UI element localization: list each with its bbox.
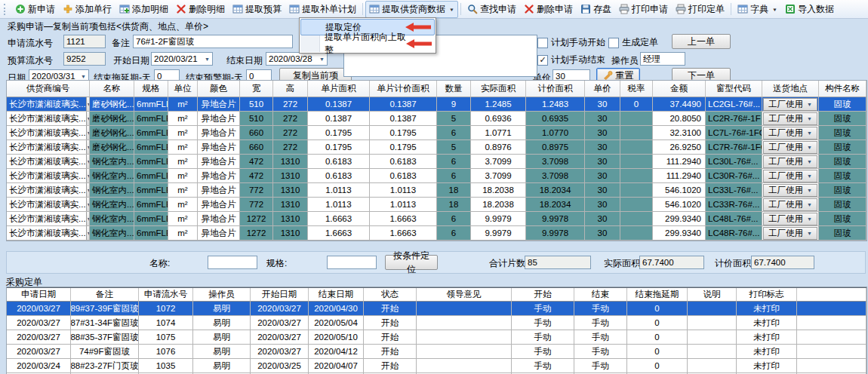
grid-cell[interactable]: 660: [240, 140, 273, 155]
column-header[interactable]: 单位: [168, 81, 198, 97]
grid-cell[interactable]: 手动: [574, 302, 627, 316]
grid-cell[interactable]: 工厂使用▼: [762, 198, 819, 212]
grid-cell[interactable]: 2020/03/27: [7, 345, 71, 359]
grid-cell[interactable]: 工厂使用▼: [762, 169, 819, 183]
grid-cell[interactable]: 固玻: [819, 97, 866, 112]
generate-order-checkbox-box[interactable]: [608, 38, 619, 48]
grid-cell[interactable]: 异地合片: [198, 112, 240, 126]
grid-cell[interactable]: 88#35-37F窗固玻: [71, 330, 139, 345]
grid-cell[interactable]: 6mmFLE...: [134, 155, 168, 169]
grid-cell[interactable]: 510: [240, 97, 273, 112]
grid-cell[interactable]: 1310: [273, 155, 308, 169]
column-header[interactable]: 备注: [71, 288, 139, 302]
column-header[interactable]: 税率: [620, 81, 653, 97]
grid-cell[interactable]: 6mmFLE...: [134, 198, 168, 212]
column-header[interactable]: 结束日期: [309, 288, 364, 302]
grid-cell[interactable]: 手动: [512, 316, 574, 330]
column-header[interactable]: 单片面积: [308, 81, 370, 97]
grid-cell[interactable]: 18: [437, 183, 471, 198]
grid-cell[interactable]: 30: [585, 97, 620, 112]
table-row[interactable]: 长沙市潇湘玻璃实...▼磨砂钢化...6mmFLE...m²异地合片510272…: [7, 112, 866, 126]
grid-cell[interactable]: 1.0113: [308, 198, 370, 212]
grid-cell[interactable]: [797, 345, 866, 359]
grid-cell[interactable]: 9.9978: [526, 212, 585, 226]
grid-cell[interactable]: 1075: [139, 330, 193, 345]
grid-cell[interactable]: m²: [168, 140, 198, 155]
grid-cell[interactable]: 6mmFLE...: [134, 226, 168, 241]
grid-cell[interactable]: [620, 140, 653, 155]
grid-cell[interactable]: 易明: [193, 330, 251, 345]
grid-cell[interactable]: 32.3100: [653, 126, 706, 140]
grid-cell[interactable]: 6mmFLE...: [134, 140, 168, 155]
grid-cell[interactable]: 磨砂钢化...: [90, 112, 134, 126]
grid-cell[interactable]: 手动: [574, 345, 627, 359]
import-data-button[interactable]: 导入数据: [781, 1, 838, 18]
grid-cell[interactable]: 1.6663: [308, 226, 370, 241]
column-header[interactable]: 状态: [364, 288, 417, 302]
grid-cell[interactable]: 固玻: [819, 140, 866, 155]
grid-cell[interactable]: 0.6935: [526, 112, 585, 126]
grid-cell[interactable]: m²: [168, 169, 198, 183]
grid-cell[interactable]: 1.0113: [370, 183, 437, 198]
grid-cell[interactable]: 1272: [240, 212, 273, 226]
column-header[interactable]: 高: [273, 81, 308, 97]
grid-cell[interactable]: 18.2034: [526, 198, 585, 212]
grid-cell[interactable]: 30: [585, 226, 620, 241]
grid-cell[interactable]: 30: [585, 198, 620, 212]
grid-cell[interactable]: 开始: [364, 345, 417, 359]
grid-cell[interactable]: 1074: [139, 316, 193, 330]
grid-cell[interactable]: 0: [627, 359, 688, 373]
grid-cell[interactable]: 3.7099: [471, 169, 526, 183]
chevron-down-icon[interactable]: ▼: [202, 57, 212, 62]
grid-cell[interactable]: 手动: [512, 359, 574, 373]
grid-cell[interactable]: 固玻: [819, 212, 866, 226]
grid-cell[interactable]: 固玻: [819, 226, 866, 241]
grid-cell[interactable]: 272: [273, 126, 308, 140]
grid-cell[interactable]: 长沙市潇湘玻璃实...▼: [7, 140, 90, 155]
delivery-location-combo[interactable]: 工厂使用▼: [763, 98, 817, 111]
grid-cell[interactable]: 3.7098: [526, 169, 585, 183]
grid-cell[interactable]: 30: [585, 169, 620, 183]
grid-cell[interactable]: 异地合片: [198, 198, 240, 212]
grid-cell[interactable]: LC48R-76#...: [706, 226, 762, 241]
grid-cell[interactable]: 0.1795: [308, 140, 370, 155]
grid-cell[interactable]: LC7L-76#-1FO: [706, 126, 762, 140]
grid-cell[interactable]: 钢化室内...: [90, 155, 134, 169]
grid-cell[interactable]: 钢化室内...: [90, 198, 134, 212]
grid-cell[interactable]: 1310: [273, 169, 308, 183]
serial-input[interactable]: [63, 35, 106, 48]
grid-cell[interactable]: 0.6183: [308, 169, 370, 183]
print-order-button[interactable]: 打印定单: [672, 1, 728, 18]
grid-cell[interactable]: 0: [627, 330, 688, 345]
grid-cell[interactable]: [417, 316, 512, 330]
add-detail-row-button[interactable]: 添加明细: [115, 1, 172, 18]
grid-cell[interactable]: 299.9340: [653, 226, 706, 241]
table-row[interactable]: 2020/03/2788#35-37F窗固玻1075易明2020/03/2720…: [7, 330, 866, 345]
grid-cell[interactable]: 6: [437, 126, 471, 140]
grid-cell[interactable]: 工厂使用▼: [762, 140, 819, 155]
column-header[interactable]: 单片计价面积: [370, 81, 437, 97]
grid-cell[interactable]: 0.6183: [370, 169, 437, 183]
grid-cell[interactable]: 1.0770: [526, 126, 585, 140]
grid-cell[interactable]: 长沙市潇湘玻璃实...▼: [7, 183, 90, 198]
grid-cell[interactable]: 2020/03/27: [251, 330, 309, 345]
grid-cell[interactable]: 磨砂钢化...: [90, 126, 134, 140]
locate-by-condition-button[interactable]: 按条件定位: [385, 255, 438, 270]
grid-cell[interactable]: 2020/05/10: [309, 330, 364, 345]
column-header[interactable]: 打印标志: [737, 288, 797, 302]
grid-cell[interactable]: 长沙市潇湘玻璃实...▼: [7, 198, 90, 212]
grid-cell[interactable]: [797, 359, 866, 373]
grid-cell[interactable]: 0.6936: [471, 112, 526, 126]
grid-cell[interactable]: [620, 126, 653, 140]
grid-cell[interactable]: 1.0771: [471, 126, 526, 140]
delivery-location-combo[interactable]: 工厂使用▼: [763, 227, 817, 240]
grid-cell[interactable]: 异地合片: [198, 212, 240, 226]
grid-cell[interactable]: 长沙市潇湘玻璃实...▼: [7, 169, 90, 183]
grid-cell[interactable]: 易明: [193, 359, 251, 373]
grid-cell[interactable]: 272: [273, 140, 308, 155]
grid-cell[interactable]: 472: [240, 169, 273, 183]
grid-cell[interactable]: [797, 302, 866, 316]
grid-cell[interactable]: 2020/03/27: [7, 330, 71, 345]
grid-cell[interactable]: 未打印: [737, 330, 797, 345]
table-row[interactable]: 长沙市潇湘玻璃实...▼磨砂钢化...6mmFLE...m²异地合片660272…: [7, 140, 866, 155]
